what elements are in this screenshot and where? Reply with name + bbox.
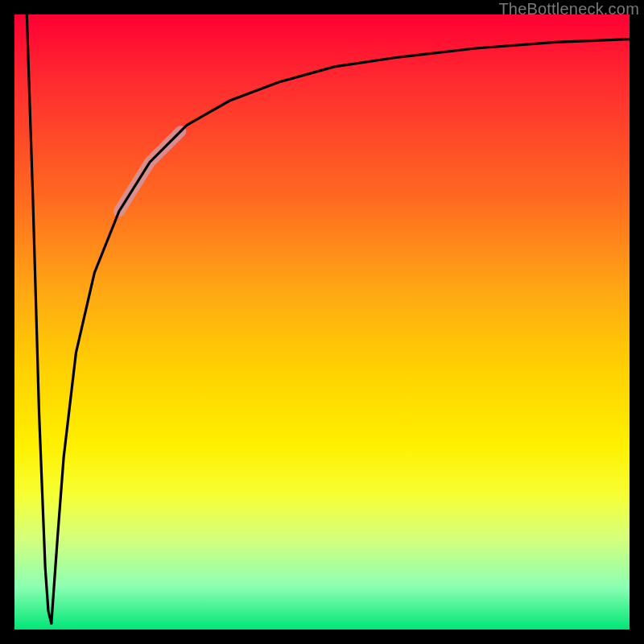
plot-area	[14, 14, 630, 630]
chart-frame: TheBottleneck.com	[0, 0, 644, 644]
attribution-text: TheBottleneck.com	[498, 0, 639, 19]
